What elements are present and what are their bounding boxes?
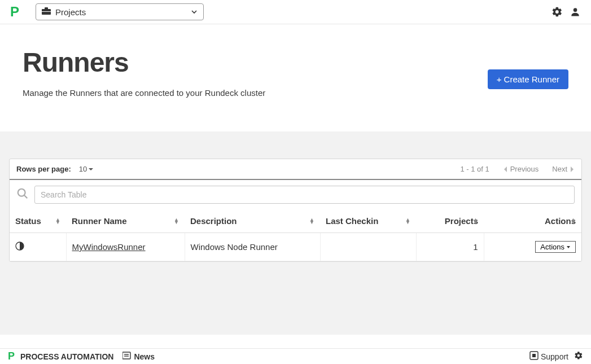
project-picker-label: Projects bbox=[55, 7, 86, 17]
cell-description: Windows Node Runner bbox=[185, 233, 320, 261]
runner-link[interactable]: MyWindowsRunner bbox=[72, 242, 146, 252]
runners-table: Status ▲▼ Runner Name ▲▼ Description ▲▼ … bbox=[10, 209, 581, 261]
create-runner-button[interactable]: + Create Runner bbox=[488, 69, 568, 89]
svg-point-3 bbox=[574, 8, 577, 12]
table-row: MyWindowsRunner Windows Node Runner 1 Ac… bbox=[10, 233, 581, 261]
runners-card: Rows per page: 10 1 - 1 of 1 Previous Ne… bbox=[9, 159, 582, 262]
user-icon[interactable] bbox=[570, 6, 581, 17]
project-picker[interactable]: Projects bbox=[36, 3, 204, 20]
page-range: 1 - 1 of 1 bbox=[460, 165, 489, 173]
cell-status bbox=[10, 233, 66, 261]
chevron-right-icon bbox=[570, 166, 575, 173]
lifebuoy-icon bbox=[529, 351, 539, 362]
sort-icon: ▲▼ bbox=[571, 218, 576, 224]
page-header: Runners Manage the Runners that are conn… bbox=[0, 24, 591, 131]
col-runner-name[interactable]: Runner Name ▲▼ bbox=[66, 209, 185, 233]
chevron-down-icon bbox=[191, 7, 198, 17]
rows-per-page-value: 10 bbox=[79, 165, 87, 173]
logo-icon: P bbox=[10, 4, 19, 20]
sort-icon: ▲▼ bbox=[405, 218, 410, 224]
support-label: Support bbox=[541, 352, 568, 361]
caret-down-icon bbox=[88, 166, 94, 172]
briefcase-icon bbox=[42, 7, 51, 17]
cell-last-checkin bbox=[320, 233, 416, 261]
svg-rect-11 bbox=[532, 354, 536, 357]
news-link[interactable]: News bbox=[122, 352, 155, 361]
previous-label: Previous bbox=[510, 165, 539, 173]
topbar: P Projects bbox=[0, 0, 591, 24]
cell-actions: Actions bbox=[484, 233, 581, 261]
col-projects[interactable]: Projects ▲▼ bbox=[416, 209, 484, 233]
caret-down-icon bbox=[566, 245, 571, 249]
search-input[interactable] bbox=[34, 186, 575, 204]
svg-rect-2 bbox=[42, 11, 51, 12]
col-description[interactable]: Description ▲▼ bbox=[185, 209, 320, 233]
news-icon bbox=[122, 352, 132, 361]
col-actions[interactable]: Actions ▲▼ bbox=[484, 209, 581, 233]
gear-icon[interactable] bbox=[551, 6, 563, 17]
footer-brand: PROCESS AUTOMATION bbox=[20, 352, 113, 361]
svg-rect-7 bbox=[122, 352, 130, 359]
chevron-left-icon bbox=[503, 166, 508, 173]
previous-button[interactable]: Previous bbox=[503, 165, 539, 173]
status-half-icon bbox=[15, 243, 24, 252]
sort-icon: ▲▼ bbox=[473, 218, 478, 224]
footer: P PROCESS AUTOMATION News Support bbox=[0, 348, 591, 364]
news-label: News bbox=[134, 352, 155, 361]
col-last-checkin[interactable]: Last Checkin ▲▼ bbox=[320, 209, 416, 233]
table-controls: Rows per page: 10 1 - 1 of 1 Previous Ne… bbox=[10, 159, 581, 180]
content-area: Rows per page: 10 1 - 1 of 1 Previous Ne… bbox=[0, 131, 591, 335]
next-button[interactable]: Next bbox=[552, 165, 575, 173]
sort-icon: ▲▼ bbox=[174, 218, 179, 224]
rows-per-page-label: Rows per page: bbox=[16, 165, 71, 173]
next-label: Next bbox=[552, 165, 567, 173]
search-row bbox=[10, 180, 581, 209]
svg-line-5 bbox=[24, 195, 28, 199]
logo-icon: P bbox=[8, 350, 15, 362]
sort-icon: ▲▼ bbox=[55, 218, 60, 224]
page-subtitle: Manage the Runners that are connected to… bbox=[23, 88, 265, 98]
rows-per-page-select[interactable]: 10 bbox=[79, 165, 94, 173]
gear-icon[interactable] bbox=[574, 351, 583, 362]
support-link[interactable]: Support bbox=[529, 351, 568, 362]
page-title: Runners bbox=[23, 47, 265, 78]
search-icon bbox=[16, 187, 29, 202]
cell-projects: 1 bbox=[416, 233, 484, 261]
svg-rect-1 bbox=[45, 7, 48, 10]
col-status[interactable]: Status ▲▼ bbox=[10, 209, 66, 233]
svg-point-4 bbox=[18, 189, 25, 196]
cell-runner-name: MyWindowsRunner bbox=[66, 233, 185, 261]
row-actions-button[interactable]: Actions bbox=[535, 241, 576, 253]
sort-icon: ▲▼ bbox=[309, 218, 314, 224]
